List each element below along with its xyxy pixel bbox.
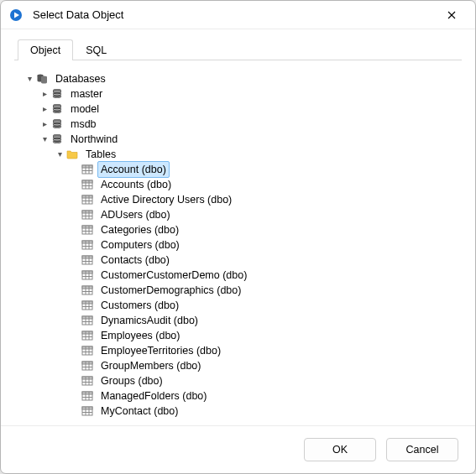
app-icon [9,8,23,22]
tree-table-item[interactable]: GroupMembers (dbo) [13,358,459,373]
svg-rect-23 [82,165,92,168]
tree-table-item[interactable]: Accounts (dbo) [13,177,459,192]
tree-item-label: msdb [67,116,100,133]
close-icon [447,11,456,19]
titlebar: Select Data Object [1,1,475,29]
table-icon [81,163,94,176]
ok-button[interactable]: OK [304,438,376,461]
tree-item-label: Computers (dbo) [97,237,183,253]
tree-table-item[interactable]: DynamicsAudit (dbo) [13,313,459,328]
tab-object[interactable]: Object [18,39,73,60]
tree-table-item[interactable]: Groups (dbo) [13,373,459,388]
svg-rect-88 [82,362,92,364]
tree-item-label: Account (dbo) [97,161,170,178]
database-icon [50,102,64,116]
table-icon [81,223,94,237]
databases-icon [35,72,49,86]
svg-rect-53 [82,256,92,258]
svg-rect-83 [82,346,92,349]
tab-sql[interactable]: SQL [73,39,119,60]
tree-item-label: Contacts (dbo) [97,252,173,268]
table-icon [81,193,94,206]
svg-rect-93 [82,377,92,379]
svg-rect-58 [82,271,92,273]
tree-folder-item[interactable]: ▾ Tables [13,147,459,162]
tree-item-label: master [67,86,106,102]
tree-table-item[interactable]: ADUsers (dbo) [13,207,459,222]
chevron-down-icon[interactable]: ▾ [54,147,65,162]
tree-table-item[interactable]: MyContact (dbo) [13,404,459,418]
tree-view[interactable]: ▾ Databases ▸ master ▸ model ▸ msdb [13,68,459,418]
tree-table-item[interactable]: Customers (dbo) [13,298,459,313]
svg-rect-28 [82,180,92,183]
table-icon [81,329,94,342]
chevron-right-icon[interactable]: ▸ [39,86,50,102]
tree-table-item[interactable]: Contacts (dbo) [13,253,459,268]
close-button[interactable] [435,3,468,27]
tree-table-item[interactable]: Active Directory Users (dbo) [13,192,459,207]
tree-item-label: CustomerDemographics (dbo) [97,282,244,299]
tree-table-item[interactable]: Employees (dbo) [13,328,459,343]
tree-item-label: Tables [82,146,119,163]
folder-icon [65,148,79,161]
tree-table-item[interactable]: Account (dbo) [13,162,459,177]
tree-table-item[interactable]: Categories (dbo) [13,222,459,237]
table-icon [81,359,94,372]
svg-rect-73 [82,316,92,319]
tree-item-label: ManagedFolders (dbo) [97,388,210,404]
tree-database-item[interactable]: ▸ msdb [13,117,459,132]
chevron-down-icon[interactable]: ▾ [24,71,35,86]
tree-database-item[interactable]: ▾ Northwind [13,132,459,147]
tree-database-item[interactable]: ▸ model [13,102,459,117]
tree-item-label: CustomerCustomerDemo (dbo) [97,267,250,284]
table-icon [81,208,94,221]
chevron-right-icon[interactable]: ▸ [39,102,50,117]
chevron-right-icon[interactable]: ▸ [39,117,50,132]
dialog-window: Select Data Object Object SQL ▾ Database… [0,0,476,474]
table-icon [81,268,94,282]
chevron-down-icon[interactable]: ▾ [39,132,50,147]
tree-table-item[interactable]: CustomerDemographics (dbo) [13,283,459,298]
tree-item-label: Northwind [67,131,121,148]
tree-item-label: Databases [52,70,109,87]
database-icon [50,133,64,146]
svg-rect-78 [82,331,92,334]
svg-rect-38 [82,211,92,213]
content-area: ▾ Databases ▸ master ▸ model ▸ msdb [1,60,475,425]
svg-rect-103 [82,407,92,409]
tree-table-item[interactable]: ManagedFolders (dbo) [13,388,459,404]
table-icon [81,404,94,418]
svg-rect-33 [82,195,92,198]
table-icon [81,374,94,388]
svg-rect-68 [82,301,92,304]
tree-root-databases[interactable]: ▾ Databases [13,71,459,86]
table-icon [81,299,94,312]
table-icon [81,389,94,403]
tree-item-label: Groups (dbo) [97,372,166,389]
svg-rect-48 [82,241,92,243]
table-icon [81,178,94,191]
tree-container: ▾ Databases ▸ master ▸ model ▸ msdb [13,67,460,419]
tree-item-label: EmployeeTerritories (dbo) [97,342,224,359]
tree-item-label: Active Directory Users (dbo) [97,191,235,208]
tree-item-label: model [67,101,102,117]
database-icon [50,87,64,101]
tree-table-item[interactable]: CustomerCustomerDemo (dbo) [13,268,459,283]
dialog-footer: OK Cancel [1,425,475,473]
tree-item-label: Accounts (dbo) [97,176,175,193]
table-icon [81,314,94,327]
tree-item-label: ADUsers (dbo) [97,206,174,223]
tree-database-item[interactable]: ▸ master [13,86,459,102]
tree-item-label: MyContact (dbo) [97,403,181,418]
tree-table-item[interactable]: EmployeeTerritories (dbo) [13,343,459,358]
tree-item-label: Employees (dbo) [97,327,184,344]
svg-rect-63 [82,286,92,289]
tree-item-label: Categories (dbo) [97,221,182,238]
cancel-button[interactable]: Cancel [386,438,458,461]
tab-bar: Object SQL [1,29,475,60]
svg-rect-98 [82,392,92,394]
table-icon [81,344,94,357]
tree-item-label: DynamicsAudit (dbo) [97,312,201,329]
dialog-title: Select Data Object [33,8,435,21]
tree-table-item[interactable]: Computers (dbo) [13,237,459,253]
